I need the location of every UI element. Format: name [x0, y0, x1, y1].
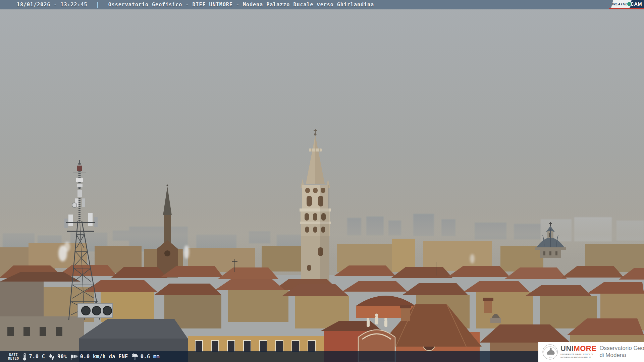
- rain-item: 0.6 mm: [131, 353, 160, 360]
- rain-umbrella-icon: [131, 353, 139, 360]
- city-photo: [0, 0, 644, 362]
- windsock-icon: [70, 353, 78, 360]
- unimore-subtitle: UNIVERSITÀ DEGLI STUDI DI MODENA E REGGI…: [560, 353, 596, 359]
- humidity-drops-icon: [48, 353, 55, 360]
- webcam-page: 18/01/2026 - 13:22:45 | Osservatorio Geo…: [0, 0, 644, 362]
- precipitation-value: 0.6 mm: [141, 354, 160, 360]
- wind-item: 0.0 km/h da ENE: [70, 353, 128, 360]
- humidity-value: 90%: [57, 354, 67, 360]
- thermometer-icon: [22, 353, 27, 361]
- wordmark-more: MORE: [574, 344, 596, 353]
- unimore-panel[interactable]: UNIVERSITAS STUDIORUM MUTINENSIS ET REGI…: [538, 342, 644, 362]
- top-status-bar: 18/01/2026 - 13:22:45 | Osservatorio Geo…: [0, 0, 644, 9]
- observatory-name: Osservatorio Geofisico di Modena: [599, 345, 644, 359]
- camera-title: Osservatorio Geofisico - DIEF UNIMORE - …: [108, 2, 374, 8]
- temperature-value: 7.0 C: [29, 354, 45, 360]
- humidity-item: 90%: [48, 353, 67, 360]
- svg-text:1175: 1175: [549, 356, 551, 358]
- wind-value: 0.0 km/h da ENE: [80, 354, 128, 360]
- temperature-item: 7.0 C: [22, 353, 45, 361]
- weathercam-logo[interactable]: Weather Cam: [609, 0, 644, 9]
- separator: |: [96, 2, 100, 8]
- dati-meteo-label: DATI METEO: [8, 353, 19, 361]
- globe-icon: [627, 1, 632, 7]
- datetime-text: 18/01/2026 - 13:22:45: [17, 2, 88, 8]
- wordmark-uni: UNI: [560, 344, 574, 353]
- university-seal-icon: UNIVERSITAS STUDIORUM MUTINENSIS ET REGI…: [542, 343, 558, 361]
- unimore-wordmark: UNIMORE UNIVERSITÀ DEGLI STUDI DI MODENA…: [560, 345, 596, 359]
